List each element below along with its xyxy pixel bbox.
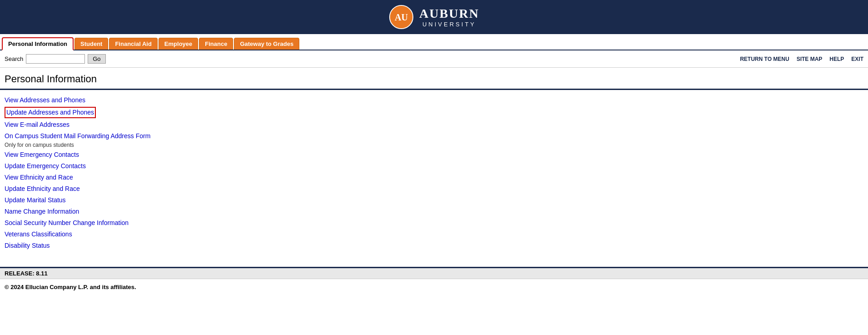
link-on-campus-mail-form[interactable]: On Campus Student Mail Forwarding Addres…	[5, 131, 863, 141]
tab-employee[interactable]: Employee	[159, 38, 198, 50]
content-area: View Addresses and Phones Update Address…	[0, 90, 868, 258]
link-disability-status[interactable]: Disability Status	[5, 241, 863, 250]
navbar: Personal Information Student Financial A…	[0, 34, 868, 50]
search-input[interactable]	[26, 54, 85, 64]
header-text: AUBURN UNIVERSITY	[419, 6, 479, 28]
tab-personal-information[interactable]: Personal Information	[2, 37, 74, 50]
link-view-ethnicity-race[interactable]: View Ethnicity and Race	[5, 173, 863, 182]
link-veterans-classifications[interactable]: Veterans Classifications	[5, 230, 863, 239]
top-links: RETURN TO MENU SITE MAP HELP EXIT	[740, 56, 863, 62]
link-update-marital-status[interactable]: Update Marital Status	[5, 195, 863, 205]
tab-financial-aid[interactable]: Financial Aid	[109, 38, 157, 50]
search-label: Search	[5, 55, 23, 62]
footer-copyright: © 2024 Ellucian Company L.P. and its aff…	[0, 279, 868, 295]
link-view-emergency-contacts[interactable]: View Emergency Contacts	[5, 150, 863, 160]
university-name: UNIVERSITY	[419, 21, 479, 28]
tab-student[interactable]: Student	[74, 38, 108, 50]
link-update-ethnicity-race[interactable]: Update Ethnicity and Race	[5, 184, 863, 194]
site-header: AU AUBURN UNIVERSITY	[0, 0, 868, 34]
help-link[interactable]: HELP	[829, 56, 844, 62]
link-view-addresses-phones[interactable]: View Addresses and Phones	[5, 95, 863, 105]
return-to-menu-link[interactable]: RETURN TO MENU	[740, 56, 789, 62]
link-update-emergency-contacts[interactable]: Update Emergency Contacts	[5, 161, 863, 171]
link-name-change-info[interactable]: Name Change Information	[5, 207, 863, 216]
page-title-area: Personal Information	[0, 68, 868, 89]
link-update-addresses-phones[interactable]: Update Addresses and Phones	[5, 107, 96, 118]
tab-gateway-to-grades[interactable]: Gateway to Grades	[234, 38, 299, 50]
tab-finance[interactable]: Finance	[199, 38, 233, 50]
site-map-link[interactable]: SITE MAP	[797, 56, 823, 62]
go-button[interactable]: Go	[88, 54, 105, 64]
svg-text:AU: AU	[395, 12, 408, 22]
footer-release: RELEASE: 8.11	[0, 268, 868, 279]
auburn-name: AUBURN	[419, 6, 479, 21]
search-area: Search Go	[5, 54, 106, 64]
auburn-logo-icon: AU	[389, 5, 414, 30]
logo-container: AU AUBURN UNIVERSITY	[389, 5, 479, 30]
link-ssn-change-info[interactable]: Social Security Number Change Informatio…	[5, 218, 863, 228]
page-title: Personal Information	[5, 73, 863, 85]
link-view-email-addresses[interactable]: View E-mail Addresses	[5, 120, 863, 130]
exit-link[interactable]: EXIT	[851, 56, 863, 62]
topbar: Search Go RETURN TO MENU SITE MAP HELP E…	[0, 50, 868, 68]
on-campus-mail-sub-text: Only for on campus students	[5, 142, 863, 148]
